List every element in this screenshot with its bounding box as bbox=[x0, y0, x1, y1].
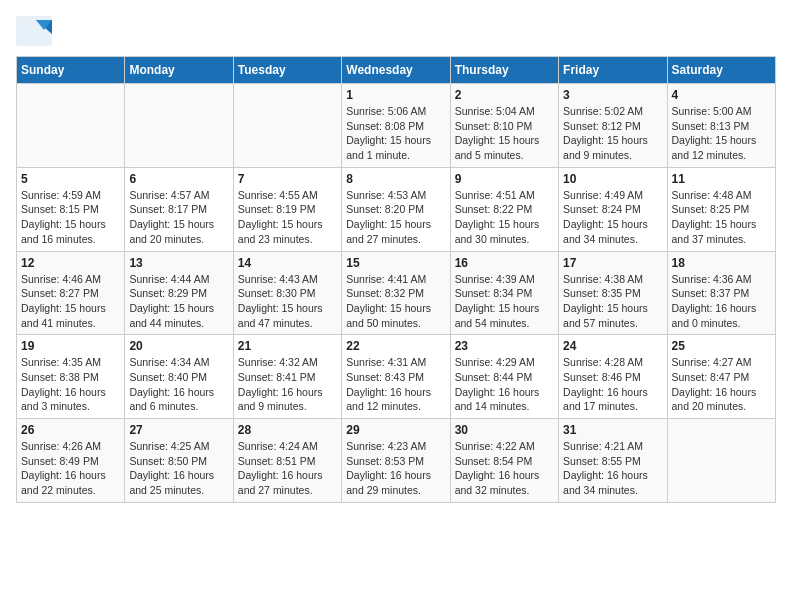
calendar-cell: 27Sunrise: 4:25 AM Sunset: 8:50 PM Dayli… bbox=[125, 419, 233, 503]
day-info: Sunrise: 5:04 AM Sunset: 8:10 PM Dayligh… bbox=[455, 104, 554, 163]
weekday-header: Saturday bbox=[667, 57, 775, 84]
logo-icon bbox=[16, 16, 52, 46]
day-number: 30 bbox=[455, 423, 554, 437]
day-info: Sunrise: 4:46 AM Sunset: 8:27 PM Dayligh… bbox=[21, 272, 120, 331]
day-number: 28 bbox=[238, 423, 337, 437]
calendar-cell: 1Sunrise: 5:06 AM Sunset: 8:08 PM Daylig… bbox=[342, 84, 450, 168]
day-number: 27 bbox=[129, 423, 228, 437]
calendar-cell bbox=[667, 419, 775, 503]
day-info: Sunrise: 4:22 AM Sunset: 8:54 PM Dayligh… bbox=[455, 439, 554, 498]
day-info: Sunrise: 4:27 AM Sunset: 8:47 PM Dayligh… bbox=[672, 355, 771, 414]
calendar-cell: 29Sunrise: 4:23 AM Sunset: 8:53 PM Dayli… bbox=[342, 419, 450, 503]
day-number: 25 bbox=[672, 339, 771, 353]
day-number: 21 bbox=[238, 339, 337, 353]
weekday-header: Friday bbox=[559, 57, 667, 84]
weekday-header: Tuesday bbox=[233, 57, 341, 84]
calendar-cell: 18Sunrise: 4:36 AM Sunset: 8:37 PM Dayli… bbox=[667, 251, 775, 335]
calendar-cell bbox=[233, 84, 341, 168]
day-number: 19 bbox=[21, 339, 120, 353]
day-info: Sunrise: 4:34 AM Sunset: 8:40 PM Dayligh… bbox=[129, 355, 228, 414]
day-info: Sunrise: 5:00 AM Sunset: 8:13 PM Dayligh… bbox=[672, 104, 771, 163]
calendar-cell: 15Sunrise: 4:41 AM Sunset: 8:32 PM Dayli… bbox=[342, 251, 450, 335]
calendar-cell: 28Sunrise: 4:24 AM Sunset: 8:51 PM Dayli… bbox=[233, 419, 341, 503]
calendar-cell: 3Sunrise: 5:02 AM Sunset: 8:12 PM Daylig… bbox=[559, 84, 667, 168]
day-info: Sunrise: 4:28 AM Sunset: 8:46 PM Dayligh… bbox=[563, 355, 662, 414]
day-number: 2 bbox=[455, 88, 554, 102]
calendar-cell: 19Sunrise: 4:35 AM Sunset: 8:38 PM Dayli… bbox=[17, 335, 125, 419]
day-number: 26 bbox=[21, 423, 120, 437]
calendar-cell: 24Sunrise: 4:28 AM Sunset: 8:46 PM Dayli… bbox=[559, 335, 667, 419]
day-info: Sunrise: 4:39 AM Sunset: 8:34 PM Dayligh… bbox=[455, 272, 554, 331]
calendar-week-row: 5Sunrise: 4:59 AM Sunset: 8:15 PM Daylig… bbox=[17, 167, 776, 251]
calendar-cell: 8Sunrise: 4:53 AM Sunset: 8:20 PM Daylig… bbox=[342, 167, 450, 251]
page-header bbox=[16, 16, 776, 46]
weekday-header: Monday bbox=[125, 57, 233, 84]
calendar-cell: 16Sunrise: 4:39 AM Sunset: 8:34 PM Dayli… bbox=[450, 251, 558, 335]
day-number: 20 bbox=[129, 339, 228, 353]
day-number: 23 bbox=[455, 339, 554, 353]
calendar-cell: 26Sunrise: 4:26 AM Sunset: 8:49 PM Dayli… bbox=[17, 419, 125, 503]
weekday-header: Wednesday bbox=[342, 57, 450, 84]
day-info: Sunrise: 4:26 AM Sunset: 8:49 PM Dayligh… bbox=[21, 439, 120, 498]
calendar-cell: 31Sunrise: 4:21 AM Sunset: 8:55 PM Dayli… bbox=[559, 419, 667, 503]
day-info: Sunrise: 4:29 AM Sunset: 8:44 PM Dayligh… bbox=[455, 355, 554, 414]
day-number: 16 bbox=[455, 256, 554, 270]
day-info: Sunrise: 4:49 AM Sunset: 8:24 PM Dayligh… bbox=[563, 188, 662, 247]
day-number: 22 bbox=[346, 339, 445, 353]
day-number: 12 bbox=[21, 256, 120, 270]
day-number: 17 bbox=[563, 256, 662, 270]
day-info: Sunrise: 4:57 AM Sunset: 8:17 PM Dayligh… bbox=[129, 188, 228, 247]
day-info: Sunrise: 4:44 AM Sunset: 8:29 PM Dayligh… bbox=[129, 272, 228, 331]
calendar-week-row: 12Sunrise: 4:46 AM Sunset: 8:27 PM Dayli… bbox=[17, 251, 776, 335]
day-info: Sunrise: 4:24 AM Sunset: 8:51 PM Dayligh… bbox=[238, 439, 337, 498]
calendar-cell: 14Sunrise: 4:43 AM Sunset: 8:30 PM Dayli… bbox=[233, 251, 341, 335]
day-number: 8 bbox=[346, 172, 445, 186]
calendar-cell: 12Sunrise: 4:46 AM Sunset: 8:27 PM Dayli… bbox=[17, 251, 125, 335]
day-number: 14 bbox=[238, 256, 337, 270]
calendar-cell bbox=[125, 84, 233, 168]
day-info: Sunrise: 4:55 AM Sunset: 8:19 PM Dayligh… bbox=[238, 188, 337, 247]
day-info: Sunrise: 4:41 AM Sunset: 8:32 PM Dayligh… bbox=[346, 272, 445, 331]
day-number: 5 bbox=[21, 172, 120, 186]
calendar-table: SundayMondayTuesdayWednesdayThursdayFrid… bbox=[16, 56, 776, 503]
day-number: 29 bbox=[346, 423, 445, 437]
calendar-cell bbox=[17, 84, 125, 168]
day-number: 7 bbox=[238, 172, 337, 186]
day-number: 1 bbox=[346, 88, 445, 102]
day-info: Sunrise: 4:25 AM Sunset: 8:50 PM Dayligh… bbox=[129, 439, 228, 498]
day-info: Sunrise: 4:32 AM Sunset: 8:41 PM Dayligh… bbox=[238, 355, 337, 414]
day-info: Sunrise: 4:53 AM Sunset: 8:20 PM Dayligh… bbox=[346, 188, 445, 247]
day-info: Sunrise: 4:43 AM Sunset: 8:30 PM Dayligh… bbox=[238, 272, 337, 331]
day-info: Sunrise: 4:31 AM Sunset: 8:43 PM Dayligh… bbox=[346, 355, 445, 414]
calendar-cell: 7Sunrise: 4:55 AM Sunset: 8:19 PM Daylig… bbox=[233, 167, 341, 251]
day-info: Sunrise: 4:38 AM Sunset: 8:35 PM Dayligh… bbox=[563, 272, 662, 331]
calendar-week-row: 26Sunrise: 4:26 AM Sunset: 8:49 PM Dayli… bbox=[17, 419, 776, 503]
calendar-cell: 5Sunrise: 4:59 AM Sunset: 8:15 PM Daylig… bbox=[17, 167, 125, 251]
day-number: 31 bbox=[563, 423, 662, 437]
day-info: Sunrise: 4:35 AM Sunset: 8:38 PM Dayligh… bbox=[21, 355, 120, 414]
calendar-cell: 13Sunrise: 4:44 AM Sunset: 8:29 PM Dayli… bbox=[125, 251, 233, 335]
calendar-week-row: 1Sunrise: 5:06 AM Sunset: 8:08 PM Daylig… bbox=[17, 84, 776, 168]
day-info: Sunrise: 4:21 AM Sunset: 8:55 PM Dayligh… bbox=[563, 439, 662, 498]
day-info: Sunrise: 4:59 AM Sunset: 8:15 PM Dayligh… bbox=[21, 188, 120, 247]
day-number: 6 bbox=[129, 172, 228, 186]
calendar-cell: 9Sunrise: 4:51 AM Sunset: 8:22 PM Daylig… bbox=[450, 167, 558, 251]
day-info: Sunrise: 4:48 AM Sunset: 8:25 PM Dayligh… bbox=[672, 188, 771, 247]
calendar-cell: 25Sunrise: 4:27 AM Sunset: 8:47 PM Dayli… bbox=[667, 335, 775, 419]
calendar-cell: 11Sunrise: 4:48 AM Sunset: 8:25 PM Dayli… bbox=[667, 167, 775, 251]
day-info: Sunrise: 4:51 AM Sunset: 8:22 PM Dayligh… bbox=[455, 188, 554, 247]
calendar-cell: 17Sunrise: 4:38 AM Sunset: 8:35 PM Dayli… bbox=[559, 251, 667, 335]
calendar-week-row: 19Sunrise: 4:35 AM Sunset: 8:38 PM Dayli… bbox=[17, 335, 776, 419]
day-number: 4 bbox=[672, 88, 771, 102]
day-info: Sunrise: 5:06 AM Sunset: 8:08 PM Dayligh… bbox=[346, 104, 445, 163]
day-info: Sunrise: 5:02 AM Sunset: 8:12 PM Dayligh… bbox=[563, 104, 662, 163]
calendar-cell: 4Sunrise: 5:00 AM Sunset: 8:13 PM Daylig… bbox=[667, 84, 775, 168]
weekday-header: Thursday bbox=[450, 57, 558, 84]
calendar-cell: 6Sunrise: 4:57 AM Sunset: 8:17 PM Daylig… bbox=[125, 167, 233, 251]
calendar-cell: 20Sunrise: 4:34 AM Sunset: 8:40 PM Dayli… bbox=[125, 335, 233, 419]
day-number: 10 bbox=[563, 172, 662, 186]
calendar-cell: 10Sunrise: 4:49 AM Sunset: 8:24 PM Dayli… bbox=[559, 167, 667, 251]
calendar-cell: 22Sunrise: 4:31 AM Sunset: 8:43 PM Dayli… bbox=[342, 335, 450, 419]
day-info: Sunrise: 4:23 AM Sunset: 8:53 PM Dayligh… bbox=[346, 439, 445, 498]
calendar-cell: 2Sunrise: 5:04 AM Sunset: 8:10 PM Daylig… bbox=[450, 84, 558, 168]
